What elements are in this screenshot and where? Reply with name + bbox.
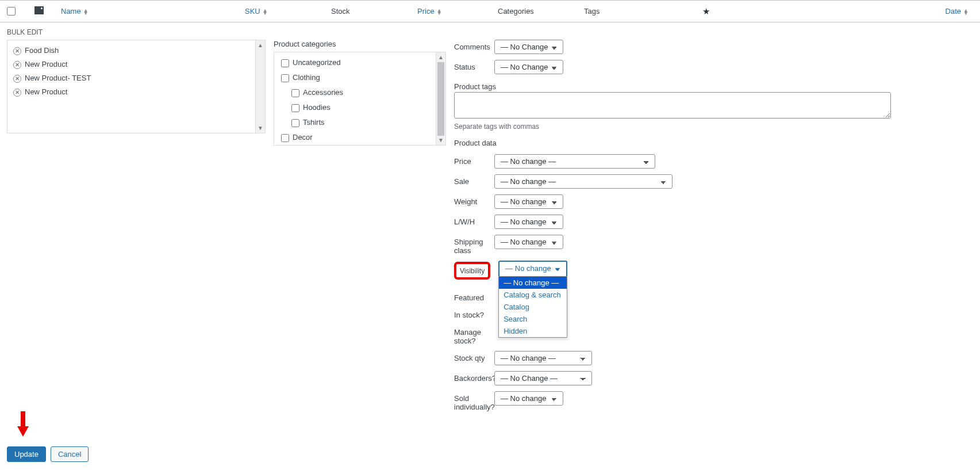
- scroll-down-icon[interactable]: ▼: [436, 135, 445, 145]
- bulk-items-panel: ✕Food Dish ✕New Product ✕New Product- TE…: [7, 40, 266, 133]
- sold-individually-select[interactable]: — No change —: [494, 391, 563, 406]
- visibility-option[interactable]: Search: [499, 313, 567, 325]
- backorders-select[interactable]: — No Change —: [494, 371, 592, 385]
- visibility-option[interactable]: Hidden: [499, 325, 567, 337]
- shipping-class-label: Shipping class: [454, 235, 494, 255]
- scroll-down-icon[interactable]: ▼: [256, 123, 265, 133]
- bulk-item-label: Food Dish: [25, 46, 59, 55]
- weight-select[interactable]: — No change —: [494, 194, 563, 209]
- cat-tshirts[interactable]: Tshirts: [279, 116, 441, 131]
- visibility-option[interactable]: Catalog: [499, 301, 567, 313]
- featured-label: Featured: [454, 291, 494, 302]
- cat-checkbox[interactable]: [291, 119, 299, 127]
- visibility-option[interactable]: — No change —: [499, 277, 567, 289]
- comments-select[interactable]: — No Change —: [494, 40, 563, 54]
- scroll-up-icon[interactable]: ▲: [256, 40, 265, 50]
- column-name[interactable]: Name▲▼: [56, 7, 240, 16]
- column-price-label: Price: [417, 7, 435, 16]
- status-label: Status: [454, 60, 494, 71]
- cat-label: Accessories: [303, 88, 343, 97]
- remove-icon[interactable]: ✕: [13, 75, 21, 83]
- image-icon: [34, 6, 44, 14]
- cat-checkbox[interactable]: [291, 89, 299, 97]
- cat-checkbox[interactable]: [281, 74, 289, 82]
- column-name-label: Name: [61, 7, 81, 16]
- remove-icon[interactable]: ✕: [13, 61, 21, 69]
- stock-qty-select[interactable]: — No change —: [494, 351, 592, 365]
- cat-uncategorized[interactable]: Uncategorized: [279, 56, 441, 71]
- arrow-down-icon: [16, 410, 30, 438]
- cat-hoodies[interactable]: Hoodies: [279, 101, 441, 116]
- shipping-class-select[interactable]: — No change —: [494, 235, 563, 249]
- categories-panel: Uncategorized Clothing Accessories Hoodi…: [274, 52, 446, 146]
- column-date-label: Date: [946, 7, 961, 16]
- visibility-option[interactable]: Catalog & search: [499, 289, 567, 301]
- bulk-item: ✕Food Dish: [12, 44, 260, 58]
- column-categories: Categories: [493, 7, 579, 16]
- scroll-up-icon[interactable]: ▲: [436, 52, 445, 62]
- column-stock-label: Stock: [331, 7, 350, 16]
- cat-clothing[interactable]: Clothing: [279, 71, 441, 86]
- sold-individually-label: Sold individually?: [454, 391, 494, 411]
- cat-label: Decor: [293, 133, 313, 142]
- star-icon: ★: [702, 6, 710, 16]
- manage-stock-label: Manage stock?: [454, 325, 494, 345]
- weight-label: Weight: [454, 194, 494, 206]
- bulk-item-label: New Product- TEST: [25, 74, 91, 82]
- sale-select[interactable]: — No change —: [494, 174, 672, 189]
- status-select[interactable]: — No Change —: [494, 60, 563, 74]
- product-tags-label: Product tags: [454, 82, 973, 91]
- column-tags: Tags: [579, 7, 683, 16]
- cat-label: Hoodies: [303, 103, 330, 112]
- column-featured: ★: [683, 6, 729, 17]
- comments-label: Comments: [454, 40, 494, 51]
- visibility-label: Visibility: [460, 267, 485, 275]
- backorders-label: Backorders?: [454, 371, 494, 383]
- cat-label: Clothing: [293, 73, 320, 82]
- tags-hint: Separate tags with commas: [454, 123, 973, 131]
- scrollbar[interactable]: ▲ ▼: [255, 40, 265, 133]
- cancel-button-label: Cancel: [58, 450, 81, 458]
- thumb-column-icon: [22, 6, 56, 16]
- cat-accessories[interactable]: Accessories: [279, 86, 441, 101]
- column-price[interactable]: Price▲▼: [413, 7, 493, 16]
- bulk-item: ✕New Product: [12, 85, 260, 99]
- products-table-header: Name▲▼ SKU▲▼ Stock Price▲▼ Categories Ta…: [0, 0, 980, 22]
- cat-checkbox[interactable]: [281, 59, 289, 67]
- product-data-title: Product data: [454, 139, 973, 147]
- scrollbar[interactable]: ▲ ▼: [436, 52, 445, 145]
- bulk-item: ✕New Product: [12, 58, 260, 71]
- annotation-arrow: [16, 410, 30, 438]
- column-stock: Stock: [326, 7, 413, 16]
- cat-label: Tshirts: [303, 118, 325, 127]
- product-categories-title: Product categories: [274, 40, 446, 48]
- bulk-item-label: New Product: [25, 60, 67, 68]
- cat-decor[interactable]: Decor: [279, 131, 441, 145]
- remove-icon[interactable]: ✕: [13, 47, 21, 55]
- cat-checkbox[interactable]: [281, 134, 289, 142]
- update-button[interactable]: Update: [7, 446, 46, 462]
- update-button-label: Update: [14, 450, 39, 458]
- bulk-item: ✕New Product- TEST: [12, 71, 260, 85]
- visibility-dropdown: — No change — Catalog & search Catalog S…: [498, 276, 567, 338]
- select-all-checkbox[interactable]: [7, 7, 16, 16]
- scroll-thumb[interactable]: [437, 62, 444, 136]
- price-label: Price: [454, 154, 494, 166]
- bulk-edit-title: BULK EDIT: [7, 28, 973, 36]
- remove-icon[interactable]: ✕: [13, 89, 21, 97]
- instock-label: In stock?: [454, 308, 494, 319]
- column-tags-label: Tags: [584, 7, 599, 16]
- product-tags-input[interactable]: [454, 92, 891, 119]
- column-categories-label: Categories: [498, 7, 534, 16]
- cancel-button[interactable]: Cancel: [51, 446, 89, 462]
- column-date[interactable]: Date▲▼: [729, 7, 980, 16]
- lwh-select[interactable]: — No change —: [494, 215, 563, 229]
- cat-checkbox[interactable]: [291, 104, 299, 112]
- sale-label: Sale: [454, 174, 494, 186]
- cat-label: Uncategorized: [293, 58, 341, 67]
- visibility-highlight: Visibility: [454, 262, 490, 280]
- lwh-label: L/W/H: [454, 215, 494, 226]
- column-sku-label: SKU: [245, 7, 260, 16]
- column-sku[interactable]: SKU▲▼: [240, 7, 326, 16]
- price-select[interactable]: — No change —: [494, 154, 655, 169]
